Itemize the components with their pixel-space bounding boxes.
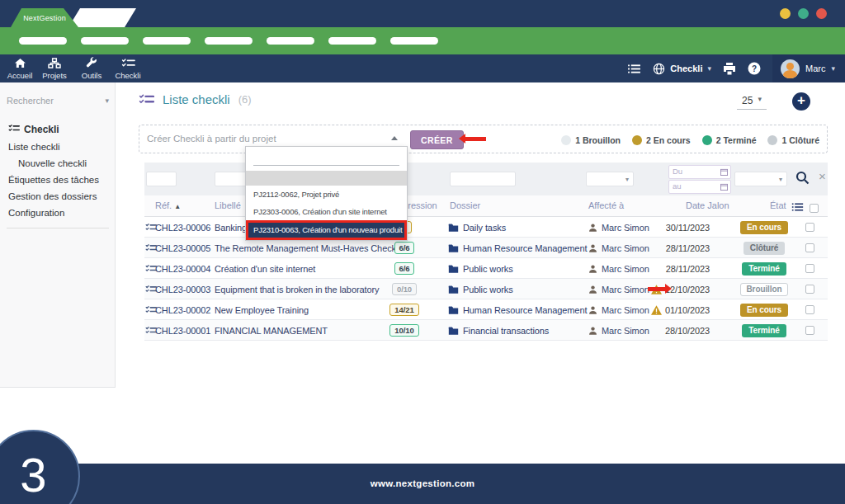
close-dot[interactable] xyxy=(816,8,827,19)
row-progression: 10/10 xyxy=(384,320,425,341)
calendar-icon[interactable] xyxy=(720,168,728,176)
module-switcher[interactable]: Checkli ▾ xyxy=(653,63,711,75)
clear-filters-icon[interactable]: × xyxy=(819,169,826,183)
row-dossier[interactable]: Human Resource Management xyxy=(448,299,587,320)
col-header-dossier[interactable]: Dossier xyxy=(450,200,480,210)
nav-item-checkli[interactable]: Checkli xyxy=(110,57,146,80)
row-libelle[interactable]: Création d'un site internet xyxy=(215,258,315,279)
dropdown-search-input[interactable] xyxy=(253,153,399,166)
row-etat: Brouillon xyxy=(734,279,794,299)
brand-tab[interactable]: NextGestion xyxy=(11,8,78,27)
sidebar-item-nouvelle-checkli[interactable]: Nouvelle checkli xyxy=(0,155,116,172)
row-ref[interactable]: CHL23-00006 xyxy=(155,217,210,238)
row-ref[interactable]: CHL23-00001 xyxy=(155,320,210,341)
sidebar-item--tiquettes-des-t-ches[interactable]: Étiquettes des tâches xyxy=(0,172,116,188)
row-ref[interactable]: CHL23-00002 xyxy=(155,299,210,320)
filter-ref-input[interactable] xyxy=(146,172,177,186)
row-checkbox[interactable] xyxy=(805,238,814,258)
table-row[interactable]: CHL23-00001 FINANCIAL MANAGEMENT 10/10 F… xyxy=(144,320,828,341)
row-affecte[interactable]: Marc Simon xyxy=(588,238,649,258)
menu-pill[interactable] xyxy=(328,37,376,45)
sidebar-search-select[interactable]: Rechercher ▾ xyxy=(7,92,109,109)
menu-pill[interactable] xyxy=(267,37,314,45)
search-icon[interactable] xyxy=(795,171,810,188)
col-header-date[interactable]: Date Jalon xyxy=(686,200,729,210)
row-ref[interactable]: CHL23-00005 xyxy=(155,238,210,258)
row-libelle[interactable]: FINANCIAL MANAGEMENT xyxy=(215,320,328,341)
window-controls xyxy=(780,8,827,19)
filter-dossier-input[interactable] xyxy=(450,172,516,186)
assignee-label: Marc Simon xyxy=(602,305,649,315)
filter-date-to-input[interactable] xyxy=(673,181,710,191)
sidebar-item-checkli[interactable]: Checkli xyxy=(0,120,116,139)
menu-pill[interactable] xyxy=(81,37,129,45)
col-header-etat[interactable]: État xyxy=(770,200,786,210)
dropdown-option-selected[interactable]: PJ2310-0063, Création d'un nouveau produ… xyxy=(246,220,407,240)
user-menu[interactable]: Marc ▾ xyxy=(772,54,845,82)
dropdown-option[interactable]: PJ2112-0062, Projet privé xyxy=(246,186,407,203)
row-affecte[interactable]: Marc Simon xyxy=(588,258,649,279)
select-all-checkbox[interactable] xyxy=(810,201,819,216)
row-checkbox[interactable] xyxy=(805,320,814,341)
nav-item-projets[interactable]: Projets xyxy=(36,57,73,80)
row-dossier[interactable]: Public works xyxy=(448,279,513,299)
row-checkbox[interactable] xyxy=(805,258,814,279)
globe-icon xyxy=(653,63,665,75)
columns-icon[interactable] xyxy=(791,200,804,215)
filter-date-from-input[interactable] xyxy=(673,167,710,176)
folder-icon xyxy=(448,285,459,294)
table-row[interactable]: CHL23-00003 Equipment that is broken in … xyxy=(144,279,828,299)
print-button[interactable] xyxy=(723,63,736,75)
filter-affecte-select[interactable]: ▾ xyxy=(586,172,634,186)
row-ref[interactable]: CHL23-00004 xyxy=(155,258,210,279)
filter-etat-select[interactable]: ▾ xyxy=(734,172,787,186)
row-dossier[interactable]: Financial transactions xyxy=(448,320,549,341)
row-checkbox[interactable] xyxy=(805,217,814,238)
row-checkbox[interactable] xyxy=(805,299,814,320)
row-affecte[interactable]: Marc Simon xyxy=(588,299,649,320)
col-header-ref[interactable]: Réf.▲ xyxy=(155,200,181,210)
row-affecte[interactable]: Marc Simon xyxy=(588,279,649,299)
nav-item-accueil[interactable]: Accueil xyxy=(2,57,38,80)
row-libelle[interactable]: Equipment that is broken in the laborato… xyxy=(215,279,379,299)
table-row[interactable]: CHL23-00004 Création d'un site internet … xyxy=(144,258,828,279)
nav-item-outils[interactable]: Outils xyxy=(73,57,110,80)
sidebar-item-gestion-des-dossiers[interactable]: Gestion des dossiers xyxy=(0,188,116,205)
menu-pill[interactable] xyxy=(390,37,438,45)
row-ref[interactable]: CHL23-00003 xyxy=(155,279,210,299)
sidebar-item-label: Checkli xyxy=(24,124,59,135)
page-size-select[interactable]: 25 ▾ xyxy=(737,95,767,110)
secondary-tab[interactable] xyxy=(68,8,136,27)
home-icon xyxy=(2,57,38,68)
dossier-label: Financial transactions xyxy=(463,326,549,336)
row-libelle[interactable]: New Employee Training xyxy=(215,299,309,320)
row-dossier[interactable]: Daily tasks xyxy=(448,217,506,238)
col-header-libelle[interactable]: Libellé xyxy=(215,200,241,210)
menu-pill[interactable] xyxy=(19,37,67,45)
dropdown-option[interactable]: PJ2303-0006, Création d'un site internet xyxy=(246,203,407,220)
date-label: 30/11/2023 xyxy=(666,223,710,233)
person-icon xyxy=(588,223,597,233)
dropdown-option-empty[interactable] xyxy=(246,171,407,186)
maximize-dot[interactable] xyxy=(798,8,809,19)
col-header-affecte[interactable]: Affecté à xyxy=(588,200,624,210)
row-libelle[interactable]: Banking xyxy=(215,217,247,238)
calendar-icon[interactable] xyxy=(720,183,728,191)
menu-pill[interactable] xyxy=(143,37,191,45)
sidebar-item-configuration[interactable]: Configuration xyxy=(0,205,116,221)
minimize-dot[interactable] xyxy=(780,8,791,19)
menu-pill[interactable] xyxy=(205,37,253,45)
quicklist-button[interactable] xyxy=(627,64,641,74)
create-project-select[interactable]: Créer Checkli à partir du projet xyxy=(147,134,276,144)
add-checklist-button[interactable]: + xyxy=(792,92,810,111)
row-affecte[interactable]: Marc Simon xyxy=(588,320,649,341)
table-row[interactable]: CHL23-00002 New Employee Training 14/21 … xyxy=(144,299,828,320)
row-dossier[interactable]: Public works xyxy=(448,258,513,279)
row-progression: 14/21 xyxy=(384,299,425,320)
help-button[interactable]: ? xyxy=(748,62,761,75)
row-checkbox[interactable] xyxy=(805,279,814,299)
row-affecte[interactable]: Marc Simon xyxy=(588,217,649,238)
create-button[interactable]: CRÉER xyxy=(410,130,464,149)
sidebar-item-liste-checkli[interactable]: Liste checkli xyxy=(0,139,116,155)
row-dossier[interactable]: Human Resource Management xyxy=(448,238,587,258)
